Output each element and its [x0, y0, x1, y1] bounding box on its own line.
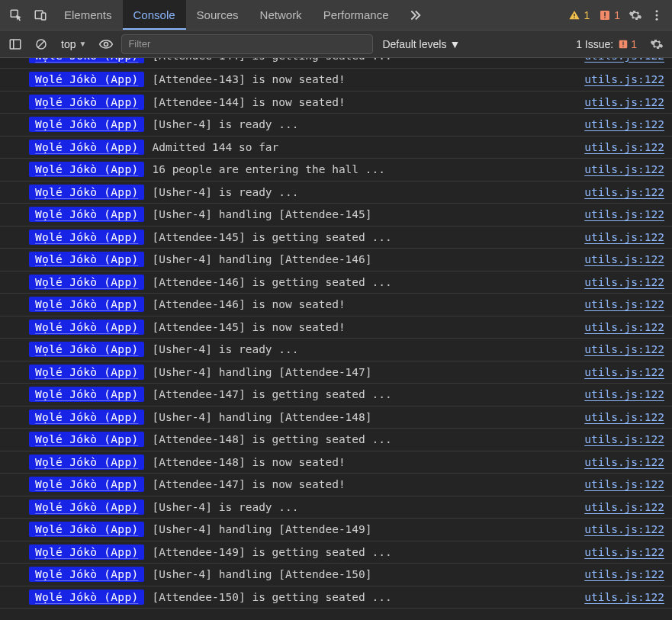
console-log-view[interactable]: Wọlé Jókò (App)[Attendee-144] is getting…: [0, 58, 672, 620]
log-source-link[interactable]: utils.js:122: [584, 118, 664, 130]
console-log-row[interactable]: Wọlé Jókò (App)[Usher-4] is ready ...uti…: [0, 496, 672, 519]
execution-context-selector[interactable]: top ▼: [56, 38, 91, 50]
tab-elements[interactable]: Elements: [53, 0, 123, 30]
log-context-tag[interactable]: Wọlé Jókò (App): [29, 207, 144, 222]
console-filter-input[interactable]: [121, 34, 373, 54]
console-log-row[interactable]: Wọlé Jókò (App)[Usher-4] handling [Atten…: [0, 361, 672, 384]
console-log-row[interactable]: Wọlé Jókò (App)[Attendee-144] is getting…: [0, 58, 672, 69]
tab-performance[interactable]: Performance: [313, 0, 400, 30]
log-source-link[interactable]: utils.js:122: [584, 58, 664, 62]
log-context-tag[interactable]: Wọlé Jókò (App): [29, 500, 144, 515]
log-source-link[interactable]: utils.js:122: [584, 231, 664, 243]
log-context-tag[interactable]: Wọlé Jókò (App): [29, 162, 144, 177]
log-source-link[interactable]: utils.js:122: [584, 478, 664, 490]
log-context-tag[interactable]: Wọlé Jókò (App): [29, 522, 144, 537]
log-context-tag[interactable]: Wọlé Jókò (App): [29, 95, 144, 110]
log-context-tag[interactable]: Wọlé Jókò (App): [29, 567, 144, 582]
log-context-tag[interactable]: Wọlé Jókò (App): [29, 477, 144, 492]
log-source-link[interactable]: utils.js:122: [584, 141, 664, 153]
log-source-link[interactable]: utils.js:122: [584, 568, 664, 580]
console-log-row[interactable]: Wọlé Jókò (App)[Usher-4] handling [Atten…: [0, 564, 672, 586]
log-source-link[interactable]: utils.js:122: [584, 186, 664, 198]
log-context-tag[interactable]: Wọlé Jókò (App): [29, 455, 144, 470]
console-log-row[interactable]: Wọlé Jókò (App)[Attendee-148] is now sea…: [0, 451, 672, 474]
log-source-link[interactable]: utils.js:122: [584, 411, 664, 423]
toggle-sidebar-icon[interactable]: [5, 34, 26, 55]
log-context-tag[interactable]: Wọlé Jókò (App): [29, 58, 144, 63]
log-source-link[interactable]: utils.js:122: [584, 501, 664, 513]
console-log-row[interactable]: Wọlé Jókò (App)[Usher-4] handling [Atten…: [0, 406, 672, 429]
log-context-tag[interactable]: Wọlé Jókò (App): [29, 387, 144, 402]
log-context-tag[interactable]: Wọlé Jókò (App): [29, 297, 144, 312]
log-source-link[interactable]: utils.js:122: [584, 456, 664, 468]
log-context-tag[interactable]: Wọlé Jókò (App): [29, 589, 144, 605]
more-tabs-button[interactable]: [400, 7, 429, 24]
log-source-link[interactable]: utils.js:122: [584, 591, 664, 603]
console-log-row[interactable]: Wọlé Jókò (App)[Attendee-150] is getting…: [0, 586, 672, 609]
log-context-tag[interactable]: Wọlé Jókò (App): [29, 230, 144, 245]
log-context-tag[interactable]: Wọlé Jókò (App): [29, 545, 144, 560]
console-log-row[interactable]: Wọlé Jókò (App)[Attendee-146] is getting…: [0, 271, 672, 294]
log-source-link[interactable]: utils.js:122: [584, 343, 664, 355]
log-source-link[interactable]: utils.js:122: [584, 321, 664, 333]
console-log-row[interactable]: Wọlé Jókò (App)[Attendee-147] is getting…: [0, 384, 672, 406]
console-settings-icon[interactable]: [646, 34, 667, 55]
log-source-link[interactable]: utils.js:122: [584, 253, 664, 265]
log-source-link[interactable]: utils.js:122: [584, 73, 664, 85]
log-message: [Usher-4] is ready ...: [152, 501, 577, 513]
console-log-row[interactable]: Wọlé Jókò (App)[Attendee-143] is now sea…: [0, 69, 672, 92]
tab-console[interactable]: Console: [123, 0, 186, 30]
errors-counter[interactable]: 1: [594, 9, 625, 21]
console-toolbar: top ▼ Default levels ▼ 1 Issue: 1: [0, 31, 672, 58]
console-log-row[interactable]: Wọlé Jókò (App)[Usher-4] is ready ...uti…: [0, 182, 672, 204]
console-log-row[interactable]: Wọlé Jókò (App)[Usher-4] handling [Atten…: [0, 249, 672, 271]
log-context-tag[interactable]: Wọlé Jókò (App): [29, 72, 144, 87]
log-message: [Attendee-145] is now seated!: [152, 321, 577, 333]
log-context-tag[interactable]: Wọlé Jókò (App): [29, 410, 144, 425]
log-context-tag[interactable]: Wọlé Jókò (App): [29, 252, 144, 267]
log-context-tag[interactable]: Wọlé Jókò (App): [29, 342, 144, 357]
console-log-row[interactable]: Wọlé Jókò (App)[Attendee-148] is getting…: [0, 429, 672, 451]
log-levels-selector[interactable]: Default levels ▼: [378, 38, 465, 50]
device-toolbar-icon[interactable]: [29, 4, 52, 27]
log-source-link[interactable]: utils.js:122: [584, 163, 664, 175]
log-context-tag[interactable]: Wọlé Jókò (App): [29, 185, 144, 200]
settings-icon[interactable]: [625, 5, 646, 26]
log-source-link[interactable]: utils.js:122: [584, 366, 664, 378]
log-context-tag[interactable]: Wọlé Jókò (App): [29, 432, 144, 447]
console-log-row[interactable]: Wọlé Jókò (App)[Usher-4] is ready ...uti…: [0, 114, 672, 137]
log-source-link[interactable]: utils.js:122: [584, 298, 664, 310]
console-log-row[interactable]: Wọlé Jókò (App)[Attendee-145] is getting…: [0, 226, 672, 249]
log-source-link[interactable]: utils.js:122: [584, 208, 664, 220]
console-log-row[interactable]: Wọlé Jókò (App)Admitted 144 so farutils.…: [0, 137, 672, 159]
log-source-link[interactable]: utils.js:122: [584, 523, 664, 535]
console-log-row[interactable]: Wọlé Jókò (App)[Attendee-144] is now sea…: [0, 92, 672, 114]
log-source-link[interactable]: utils.js:122: [584, 388, 664, 400]
console-log-row[interactable]: Wọlé Jókò (App)[Attendee-147] is now sea…: [0, 474, 672, 496]
more-options-icon[interactable]: [646, 5, 667, 26]
tab-network[interactable]: Network: [249, 0, 313, 30]
svg-rect-18: [623, 46, 624, 47]
log-source-link[interactable]: utils.js:122: [584, 433, 664, 445]
clear-console-icon[interactable]: [31, 34, 52, 55]
log-context-tag[interactable]: Wọlé Jókò (App): [29, 275, 144, 290]
log-context-tag[interactable]: Wọlé Jókò (App): [29, 365, 144, 380]
console-log-row[interactable]: Wọlé Jókò (App)[Attendee-149] is getting…: [0, 541, 672, 564]
log-source-link[interactable]: utils.js:122: [584, 546, 664, 558]
console-log-row[interactable]: Wọlé Jókò (App)16 people are entering th…: [0, 159, 672, 182]
log-source-link[interactable]: utils.js:122: [584, 96, 664, 108]
console-log-row[interactable]: Wọlé Jókò (App)[Attendee-145] is now sea…: [0, 316, 672, 339]
log-source-link[interactable]: utils.js:122: [584, 276, 664, 288]
tab-sources[interactable]: Sources: [186, 0, 249, 30]
log-context-tag[interactable]: Wọlé Jókò (App): [29, 320, 144, 335]
console-log-row[interactable]: Wọlé Jókò (App)[Usher-4] is ready ...uti…: [0, 339, 672, 361]
warnings-counter[interactable]: 1: [564, 9, 594, 21]
log-context-tag[interactable]: Wọlé Jókò (App): [29, 117, 144, 132]
live-expression-icon[interactable]: [95, 34, 117, 55]
console-log-row[interactable]: Wọlé Jókò (App)[Usher-4] handling [Atten…: [0, 519, 672, 541]
console-log-row[interactable]: Wọlé Jókò (App)[Usher-4] handling [Atten…: [0, 204, 672, 226]
issues-counter[interactable]: 1 Issue: 1: [576, 38, 637, 50]
log-context-tag[interactable]: Wọlé Jókò (App): [29, 140, 144, 155]
inspect-element-icon[interactable]: [5, 4, 27, 27]
console-log-row[interactable]: Wọlé Jókò (App)[Attendee-146] is now sea…: [0, 294, 672, 316]
